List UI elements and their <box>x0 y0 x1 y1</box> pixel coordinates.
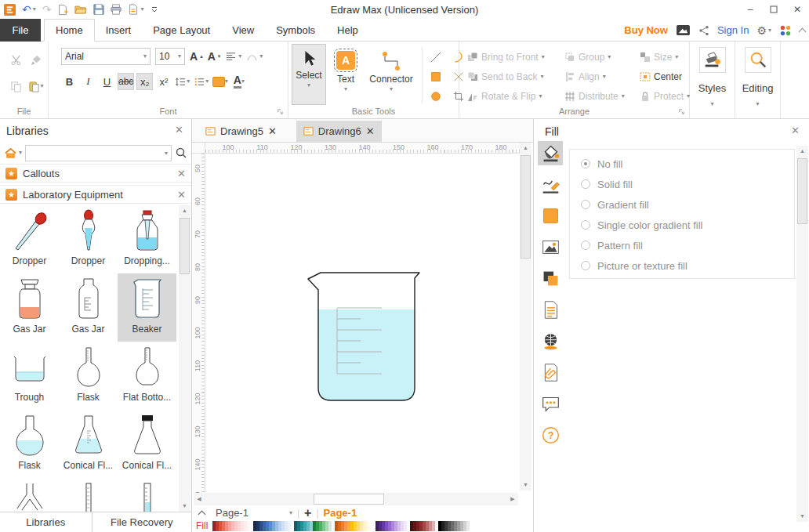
radio-icon[interactable] <box>581 159 590 168</box>
export-button[interactable]: ▾ <box>128 4 143 15</box>
drawing-tab[interactable]: Drawing6 ✕ <box>296 121 382 142</box>
text-tool-button[interactable]: A Text ▾ <box>329 44 362 105</box>
color-swatch[interactable] <box>404 521 407 531</box>
library-shape-item[interactable]: Conical Fl... <box>59 410 118 478</box>
library-shape-item[interactable]: Flask <box>0 410 59 478</box>
open-file-button[interactable] <box>74 5 87 15</box>
library-section-header[interactable]: ★ Callouts ✕ <box>0 164 191 183</box>
color-swatch[interactable] <box>288 521 291 531</box>
library-bottom-tab[interactable]: File Recovery <box>93 512 191 532</box>
radio-icon[interactable] <box>581 200 590 209</box>
collapse-ribbon-icon[interactable] <box>799 27 807 35</box>
library-section-header[interactable]: ★ Laboratory Equipment ✕ <box>0 185 191 204</box>
menu-tab[interactable]: Insert <box>95 19 143 42</box>
scroll-up-icon[interactable]: ▲ <box>179 205 190 216</box>
line-spacing-button[interactable]: ▾ <box>174 73 190 90</box>
radio-icon[interactable] <box>581 261 590 270</box>
arrange-dialog-launcher-icon[interactable] <box>678 108 685 115</box>
arrange-button[interactable]: Group ▾ <box>561 47 637 67</box>
close-fill-panel-button[interactable]: ✕ <box>791 125 800 136</box>
new-file-button[interactable] <box>57 4 68 16</box>
font-dialog-launcher-icon[interactable] <box>277 108 284 115</box>
format-tool-icon[interactable] <box>538 392 563 416</box>
minimize-button[interactable]: – <box>738 0 762 18</box>
menu-tab[interactable]: Help <box>326 19 369 42</box>
styles-button[interactable] <box>699 47 726 73</box>
curved-text-button[interactable]: ▾ <box>246 52 263 62</box>
fill-option[interactable]: Single color gradient fill <box>570 215 794 235</box>
feedback-image-icon[interactable] <box>676 24 691 36</box>
cut-button[interactable] <box>6 48 25 71</box>
fill-option[interactable]: Solid fill <box>570 174 794 194</box>
format-tool-icon[interactable]: ? <box>538 423 563 447</box>
font-size-select[interactable]: 10▾ <box>155 48 185 65</box>
drawing-tab[interactable]: Drawing5 ✕ <box>198 121 284 142</box>
grow-font-button[interactable]: A▴ <box>190 50 203 63</box>
arrange-button[interactable]: Rotate & Flip ▾ <box>464 86 561 106</box>
radio-icon[interactable] <box>581 179 590 189</box>
ellipse-tool-button[interactable] <box>428 87 444 106</box>
text-align-button[interactable]: ▾ <box>225 52 241 62</box>
font-family-select[interactable]: Arial▾ <box>61 48 151 65</box>
library-shape-item[interactable]: Dropper <box>59 205 118 273</box>
buy-now-link[interactable]: Buy Now <box>624 24 668 36</box>
fill-panel-scrollbar[interactable]: ▲ ▼ <box>796 146 808 522</box>
connector-tool-button[interactable]: Connector ▾ <box>365 44 417 105</box>
close-libraries-panel-button[interactable]: ✕ <box>175 125 183 135</box>
font-color-button[interactable]: A▾ <box>230 73 247 90</box>
menu-tab[interactable]: Page Layout <box>142 19 221 42</box>
library-scrollbar[interactable]: ▲ ▼ <box>179 205 190 512</box>
add-page-button[interactable]: + <box>304 507 311 519</box>
underline-button[interactable]: U <box>99 73 115 90</box>
library-shape-item[interactable]: Dropper <box>0 205 59 273</box>
format-tool-icon[interactable] <box>538 266 563 291</box>
scrollbar-thumb[interactable] <box>180 218 190 274</box>
library-shape-item[interactable] <box>59 478 118 512</box>
format-tool-icon[interactable] <box>538 298 563 322</box>
library-bottom-tab[interactable]: Libraries <box>0 512 93 532</box>
close-library-section-button[interactable]: ✕ <box>177 168 186 179</box>
close-drawing-tab-button[interactable]: ✕ <box>366 125 375 137</box>
scroll-up-icon[interactable]: ▲ <box>796 146 808 157</box>
superscript-button[interactable]: x² <box>155 73 172 90</box>
bullet-list-button[interactable]: ▾ <box>193 73 209 90</box>
fill-option[interactable]: Gradient fill <box>570 194 794 215</box>
radio-icon[interactable] <box>581 241 590 250</box>
arrange-button[interactable]: Bring to Front ▾ <box>464 47 561 67</box>
format-tool-icon[interactable] <box>538 204 563 228</box>
line-tool-button[interactable] <box>428 48 444 67</box>
scroll-right-icon[interactable]: ▶ <box>507 493 518 505</box>
format-painter-button[interactable] <box>27 48 45 71</box>
scrollbar-thumb[interactable] <box>797 158 807 224</box>
format-tool-icon[interactable] <box>538 141 563 165</box>
format-tool-icon[interactable] <box>538 360 563 385</box>
active-page-tab[interactable]: Page-1 <box>324 507 357 519</box>
italic-button[interactable]: I <box>80 73 96 90</box>
arrange-button[interactable]: Protect ▾ <box>637 86 691 106</box>
share-icon[interactable] <box>698 25 709 36</box>
library-shape-item[interactable] <box>0 478 59 512</box>
select-tool-button[interactable]: Select ▾ <box>292 44 326 105</box>
subscript-button[interactable]: x₂ <box>136 73 153 90</box>
scrollbar-thumb[interactable] <box>314 494 384 505</box>
canvas-h-scrollbar[interactable]: ◀ ▶ <box>194 493 518 505</box>
shrink-font-button[interactable]: A▾ <box>208 50 221 63</box>
expand-pages-icon[interactable] <box>198 510 206 518</box>
library-shape-item[interactable]: Gas Jar <box>59 273 118 342</box>
library-home-button[interactable]: ▾ <box>4 147 22 159</box>
color-swatch[interactable] <box>369 521 372 531</box>
close-library-section-button[interactable]: ✕ <box>177 190 186 200</box>
maximize-button[interactable] <box>762 0 785 18</box>
paste-button[interactable]: ▾ <box>27 74 45 98</box>
library-search-input[interactable] <box>25 145 172 161</box>
arrange-button[interactable]: Align ▾ <box>561 67 637 86</box>
canvas-v-scrollbar[interactable]: ▲ ▼ <box>520 143 531 490</box>
page-selector[interactable]: Page-1▾ <box>216 507 292 519</box>
save-button[interactable] <box>93 4 104 15</box>
copy-button[interactable] <box>6 74 25 98</box>
sign-in-link[interactable]: Sign In <box>717 24 749 36</box>
library-shape-item[interactable] <box>118 478 176 512</box>
text-highlight-button[interactable]: ▾ <box>212 73 228 90</box>
color-swatch[interactable] <box>328 521 332 531</box>
scroll-down-icon[interactable]: ▼ <box>179 501 190 512</box>
